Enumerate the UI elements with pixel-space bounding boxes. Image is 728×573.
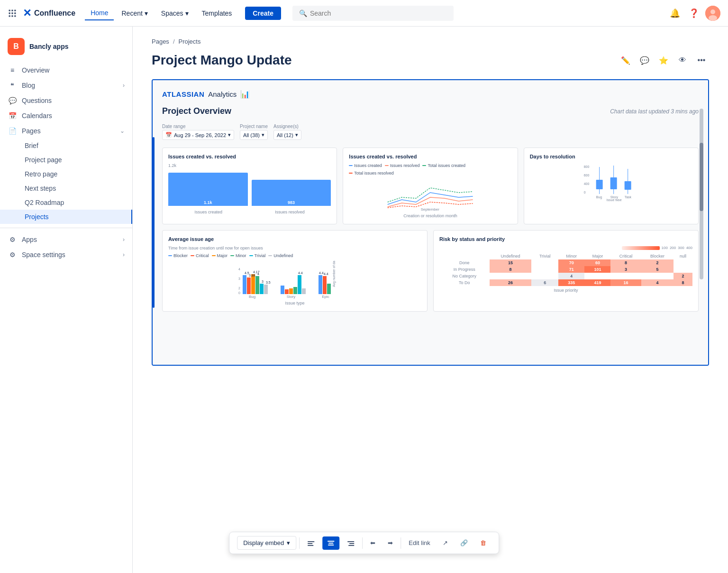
sidebar-item-pages[interactable]: 📄 Pages ⌄ (0, 123, 132, 139)
svg-rect-5 (14, 12, 16, 14)
svg-rect-64 (328, 545, 334, 545)
chevron-down-icon: ⌄ (120, 128, 125, 134)
create-button[interactable]: Create (245, 7, 281, 20)
chevron-down-icon: ▾ (287, 539, 290, 546)
edit-button[interactable]: ✏️ (618, 53, 633, 68)
breadcrumb-pages[interactable]: Pages (152, 38, 169, 45)
embed-left-indicator (153, 137, 155, 308)
watch-button[interactable]: 👁 (675, 53, 690, 68)
chart-avg-age: Average issue age Time from issue creati… (162, 230, 428, 312)
chart-issues-line: Issues created vs. resolved Issues creat… (343, 148, 518, 224)
help-button[interactable]: ❓ (686, 6, 701, 21)
svg-text:Bug: Bug (596, 195, 602, 199)
svg-rect-66 (349, 543, 354, 544)
breadcrumb-projects[interactable]: Projects (179, 38, 201, 45)
svg-rect-29 (251, 274, 255, 294)
embed-toolbar: Display embed ▾ ⬅ ➡ Edit link ↗ 🔗 🗑 (229, 532, 499, 554)
filter-project-label: Project name (240, 124, 268, 129)
sidebar-item-blog[interactable]: ❝ Blog › (0, 78, 132, 93)
svg-text:600: 600 (583, 174, 589, 177)
chevron-right-icon: › (123, 82, 125, 89)
svg-text:3: 3 (262, 280, 264, 283)
align-right-icon (347, 539, 355, 547)
legend-critical: Critical (191, 253, 209, 258)
filter-project-select[interactable]: All (38) ▾ (240, 130, 268, 140)
svg-rect-8 (14, 15, 16, 17)
svg-rect-4 (11, 12, 13, 14)
chart2-legend: Issues created Issues resolved Total iss… (349, 163, 511, 176)
delete-button[interactable]: 🗑 (475, 536, 491, 549)
nav-templates[interactable]: Templates (196, 7, 238, 20)
chart5-title: Risk by status and priority (439, 236, 692, 242)
chart2-svg: September (349, 178, 511, 212)
edit-link-button[interactable]: Edit link (404, 536, 435, 549)
svg-rect-45 (302, 288, 306, 294)
legend-blocker: Blocker (168, 253, 188, 258)
sidebar-item-apps[interactable]: ⚙ Apps › (0, 232, 132, 247)
sidebar-item-spacesettings[interactable]: ⚙ Space settings › (0, 247, 132, 262)
filter-date-select[interactable]: 📅 Aug 29 - Sep 26, 2022 ▾ (162, 130, 234, 140)
svg-point-11 (709, 15, 717, 21)
sidebar-page-nextsteps[interactable]: Next steps (0, 181, 132, 195)
sidebar-item-questions[interactable]: 💬 Questions (0, 93, 132, 108)
analytics-header: ATLASSIAN Analytics 📊 (162, 90, 699, 99)
embed-wrapper: ATLASSIAN Analytics 📊 Project Overview C… (152, 79, 709, 366)
more-button[interactable]: ••• (694, 53, 709, 68)
search-bar[interactable]: 🔍 (292, 6, 454, 21)
legend-major: Major (212, 253, 228, 258)
svg-rect-40 (281, 286, 284, 294)
svg-rect-65 (347, 541, 354, 542)
filter-assignee-select[interactable]: All (12) ▾ (273, 130, 301, 140)
svg-rect-63 (328, 543, 333, 544)
svg-text:400: 400 (583, 182, 589, 185)
chevron-down-icon: ▾ (185, 9, 189, 17)
indent-left-button[interactable]: ⬅ (365, 536, 380, 549)
svg-text:4: 4 (257, 272, 259, 276)
display-embed-button[interactable]: Display embed ▾ (237, 536, 296, 550)
notifications-button[interactable]: 🔔 (667, 6, 682, 21)
svg-rect-42 (289, 288, 293, 294)
indent-right-button[interactable]: ➡ (383, 536, 398, 549)
search-input[interactable] (310, 9, 447, 17)
chart-issues-bar: Issues created vs. resolved 1.2k 1.1k 98… (162, 148, 337, 224)
nav-spaces[interactable]: Spaces ▾ (155, 7, 194, 20)
comment-button[interactable]: 💬 (637, 53, 652, 68)
sidebar-page-q2roadmap[interactable]: Q2 Roadmap (0, 195, 132, 210)
svg-text:0: 0 (238, 291, 240, 295)
calendar-icon: 📅 (8, 112, 17, 120)
svg-text:September: September (421, 207, 439, 212)
sidebar-page-brief[interactable]: Brief (0, 139, 132, 153)
sidebar-page-retro[interactable]: Retro page (0, 167, 132, 181)
grid-icon[interactable] (8, 9, 17, 18)
open-external-button[interactable]: ↗ (438, 536, 453, 549)
svg-text:3.88: 3.88 (249, 274, 255, 277)
main-content: Pages / Projects Project Mango Update ✏️… (133, 27, 728, 573)
charts-row-2: Average issue age Time from issue creati… (162, 230, 699, 312)
align-left-button[interactable] (302, 536, 319, 550)
star-button[interactable]: ⭐ (656, 53, 671, 68)
svg-text:4.4: 4.4 (324, 272, 328, 276)
unlink-button[interactable]: 🔗 (455, 536, 473, 549)
svg-rect-60 (308, 543, 312, 544)
scrollbar-thumb (700, 143, 703, 211)
sidebar-item-calendars[interactable]: 📅 Calendars (0, 108, 132, 123)
nav-home[interactable]: Home (85, 6, 114, 20)
sidebar-item-overview[interactable]: ≡ Overview (0, 63, 132, 78)
align-right-button[interactable] (342, 536, 359, 550)
svg-rect-43 (293, 287, 297, 294)
legend-issues-resolved: Issues resolved (385, 163, 420, 168)
topnav-right: 🔔 ❓ (667, 6, 720, 21)
user-avatar[interactable] (705, 6, 720, 21)
axis-resolved: Issues resolved (275, 210, 305, 214)
align-center-button[interactable] (322, 536, 339, 550)
sidebar-page-projects[interactable]: Projects (0, 210, 132, 224)
toolbar-divider-1 (299, 537, 300, 549)
chevron-down-icon: ▾ (145, 9, 148, 17)
chart4-subtitle: Time from issue creation until now for o… (168, 246, 421, 250)
sidebar-page-project[interactable]: Project page (0, 153, 132, 167)
confluence-logo[interactable]: ✕ Confluence (23, 7, 75, 19)
nav-recent[interactable]: Recent ▾ (116, 7, 153, 20)
chart-days-resolution: Days to resolution 800 600 400 0 (524, 148, 699, 224)
toolbar-divider-3 (400, 537, 401, 549)
chart-risk: Risk by status and priority 100 200 300 … (433, 230, 699, 312)
